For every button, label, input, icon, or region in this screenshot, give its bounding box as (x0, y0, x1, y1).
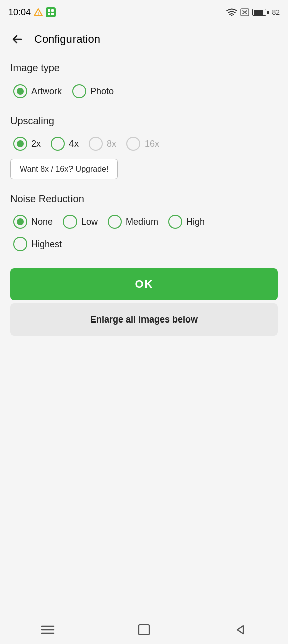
image-type-section: Image type Artwork Photo (10, 62, 278, 101)
home-nav-button[interactable] (135, 621, 153, 639)
upscaling-8x: 8x (86, 134, 121, 154)
home-square-icon (138, 624, 150, 636)
enlarge-button[interactable]: Enlarge all images below (10, 303, 278, 336)
medium-label: Medium (126, 217, 158, 227)
app-bar: Configuration (0, 24, 288, 54)
artwork-radio[interactable] (13, 84, 27, 98)
svg-rect-4 (48, 13, 50, 15)
wifi-icon (226, 8, 237, 16)
hamburger-icon (41, 625, 55, 635)
action-buttons: OK Enlarge all images below (10, 268, 278, 336)
app-status-icon (46, 7, 56, 17)
image-type-options: Artwork Photo (10, 81, 278, 101)
menu-nav-button[interactable] (39, 621, 57, 639)
high-radio[interactable] (168, 215, 182, 229)
svg-rect-5 (51, 13, 54, 15)
noise-reduction-options: None Low Medium High (10, 212, 278, 232)
status-bar-right: 82 (226, 8, 280, 16)
2x-label: 2x (31, 139, 41, 149)
svg-rect-3 (51, 9, 54, 12)
svg-text:!: ! (38, 11, 39, 16)
upscaling-16x: 16x (123, 134, 164, 154)
noise-medium[interactable]: Medium (105, 212, 163, 232)
upscaling-options: 2x 4x 8x 16x (10, 134, 278, 154)
none-label: None (31, 217, 53, 227)
app-icon-inner (47, 9, 54, 16)
noise-reduction-title: Noise Reduction (10, 193, 278, 205)
svg-marker-14 (237, 626, 243, 634)
back-arrow-icon (11, 33, 23, 45)
4x-radio[interactable] (51, 137, 65, 151)
back-triangle-icon (234, 624, 246, 636)
noise-none[interactable]: None (10, 212, 58, 232)
upgrade-button[interactable]: Want 8x / 16x? Upgrade! (10, 159, 118, 179)
status-time: 10:04 (8, 7, 31, 18)
image-type-artwork[interactable]: Artwork (10, 81, 67, 101)
sim-x-icon (240, 8, 249, 16)
highest-label: Highest (31, 239, 62, 250)
ok-button[interactable]: OK (10, 268, 278, 300)
battery-icon (252, 9, 269, 16)
noise-highest[interactable]: Highest (10, 234, 67, 254)
svg-rect-2 (48, 9, 50, 12)
none-radio[interactable] (13, 215, 27, 229)
2x-radio[interactable] (13, 137, 27, 151)
artwork-label: Artwork (31, 86, 62, 97)
svg-rect-13 (139, 625, 149, 635)
svg-point-6 (231, 15, 233, 17)
upscaling-title: Upscaling (10, 115, 278, 127)
8x-label: 8x (107, 139, 116, 149)
page-title: Configuration (34, 33, 100, 46)
photo-radio[interactable] (72, 84, 86, 98)
low-label: Low (81, 217, 98, 227)
status-bar-left: 10:04 ! (8, 7, 56, 18)
highest-radio[interactable] (13, 237, 27, 251)
image-type-title: Image type (10, 62, 278, 74)
alert-icon: ! (34, 8, 43, 17)
low-radio[interactable] (63, 215, 77, 229)
noise-reduction-row2: Highest (10, 234, 278, 254)
back-button[interactable] (8, 30, 26, 48)
bottom-nav (0, 616, 288, 644)
back-nav-button[interactable] (231, 621, 249, 639)
upscaling-2x[interactable]: 2x (10, 134, 46, 154)
noise-low[interactable]: Low (60, 212, 103, 232)
16x-label: 16x (145, 139, 159, 149)
noise-reduction-section: Noise Reduction None Low Medium High (10, 193, 278, 254)
main-content: Image type Artwork Photo Upscaling 2x (0, 54, 288, 344)
image-type-photo[interactable]: Photo (69, 81, 119, 101)
status-bar: 10:04 ! (0, 0, 288, 24)
photo-label: Photo (90, 86, 114, 97)
high-label: High (186, 217, 205, 227)
medium-radio[interactable] (108, 215, 122, 229)
4x-label: 4x (69, 139, 79, 149)
8x-radio (89, 137, 103, 151)
upscaling-section: Upscaling 2x 4x 8x 16x Want 8 (10, 115, 278, 179)
upscaling-4x[interactable]: 4x (48, 134, 84, 154)
16x-radio (126, 137, 140, 151)
battery-percent: 82 (272, 8, 280, 16)
noise-high[interactable]: High (165, 212, 210, 232)
